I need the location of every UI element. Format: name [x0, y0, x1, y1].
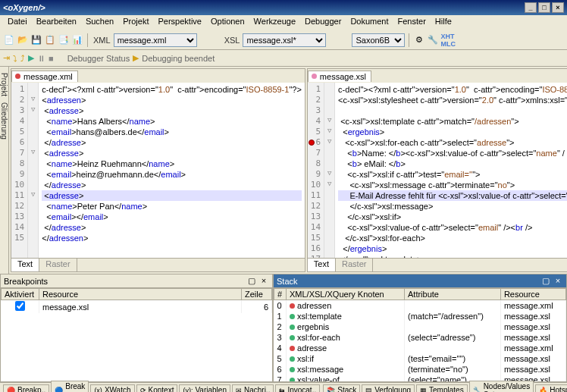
table-row[interactable]: 0 adressenmessage.xml — [274, 300, 566, 312]
breakpoint-marker[interactable] — [309, 140, 315, 146]
column-header[interactable]: Attribute — [404, 289, 500, 300]
node-type-icon — [290, 314, 295, 319]
file-icon — [15, 74, 20, 79]
panel-tab[interactable]: 🔵Break .. — [51, 381, 89, 393]
arrow-icon: ▶ — [133, 53, 139, 63]
panel-tab[interactable]: (v):Variablen — [179, 384, 230, 392]
debug-status-label: Debugger Status — [67, 54, 130, 63]
view-tab-text[interactable]: Text — [308, 259, 336, 271]
table-row[interactable]: 3 xsl:for-each(select="adresse")message.… — [274, 332, 566, 343]
table-row[interactable]: 6 xsl:message(terminate="no")message.xsl — [274, 364, 566, 375]
app-title: <oXygen/> — [3, 3, 45, 12]
stack-table: #XML/XSL/XQuery KnotenAttributeResource … — [274, 288, 566, 381]
panel-tab[interactable]: 🔴Breakp.. — [3, 384, 49, 392]
sidebar-tab-projekt[interactable]: Projekt — [0, 73, 8, 96]
breakpoint-active-checkbox[interactable] — [15, 301, 25, 311]
view-tab-text[interactable]: Text — [11, 259, 39, 271]
close-icon[interactable]: × — [553, 277, 563, 286]
config-icon[interactable]: ⚙ — [413, 34, 425, 46]
new-icon[interactable]: 📄 — [3, 34, 15, 46]
menu-item-debugger[interactable]: Debugger — [300, 15, 346, 30]
tool-icon[interactable]: 📊 — [71, 34, 83, 46]
main-toolbar: 📄 📂 💾 📋 📑 📊 XML message.xml XSL message.… — [0, 30, 567, 50]
panel-title: Breakpoints — [4, 277, 48, 286]
node-type-icon — [290, 378, 295, 381]
main-menu: DateiBearbeitenSuchenProjektPerspektiveO… — [0, 15, 567, 30]
resume-icon[interactable]: ▶ — [28, 53, 34, 63]
stop-icon[interactable]: ■ — [49, 54, 54, 63]
xsl-editor-pane: message.xsl 123456789101112131415161718 … — [307, 68, 567, 272]
minimize-button[interactable]: _ — [525, 2, 537, 13]
table-row[interactable]: 4 adressemessage.xml — [274, 343, 566, 353]
node-type-icon — [290, 303, 295, 309]
xsl-file-select[interactable]: message.xsl* — [243, 33, 326, 47]
menu-item-projekt[interactable]: Projekt — [118, 15, 153, 30]
tab-label: message.xsl — [320, 72, 366, 81]
window-titlebar: <oXygen/> _ □ × — [0, 0, 567, 15]
maximize-button[interactable]: □ — [538, 2, 550, 13]
column-header[interactable]: Aktiviert — [2, 289, 39, 300]
xsl-label: XSL — [224, 36, 240, 45]
panel-tab[interactable]: ⇆Invocat.. — [275, 384, 320, 392]
config-icon[interactable]: 🔧 — [427, 34, 439, 46]
bottom-tabstrip: 🔴Breakp..🔵Break ..(x)XWatch⟳Kontext(v):V… — [0, 382, 567, 392]
column-header[interactable]: Zeile — [242, 289, 272, 300]
left-sidebar: ProjektGliederung — [0, 67, 9, 274]
view-tab-raster[interactable]: Raster — [39, 259, 77, 271]
tool-icon[interactable]: 📋 — [44, 34, 56, 46]
panel-tab[interactable]: 🔥Hotspots — [535, 384, 567, 392]
menu-item-hilfe[interactable]: Hilfe — [431, 15, 456, 30]
node-type-icon — [290, 356, 295, 362]
panel-tab[interactable]: (x)XWatch — [90, 384, 134, 392]
column-header[interactable]: XML/XSL/XQuery Knoten — [287, 289, 405, 300]
menu-item-bearbeiten[interactable]: Bearbeiten — [32, 15, 81, 30]
save-icon[interactable]: 💾 — [30, 34, 42, 46]
panel-title: Stack — [277, 277, 298, 286]
editor-tab-xsl[interactable]: message.xsl — [308, 71, 371, 82]
panel-tab[interactable]: ▤Verfolgung — [362, 384, 415, 392]
menu-item-optionen[interactable]: Optionen — [206, 15, 249, 30]
tool-icon[interactable]: 📑 — [58, 34, 70, 46]
pause-icon[interactable]: ⏸ — [37, 54, 45, 63]
menu-item-perspektive[interactable]: Perspektive — [153, 15, 205, 30]
menu-item-werkzeuge[interactable]: Werkzeuge — [249, 15, 300, 30]
debug-toolbar: ⇥ ⤵ ⤴ ▶ ⏸ ■ Debugger Status ▶ Debugging … — [0, 50, 567, 67]
close-icon[interactable]: × — [258, 277, 269, 286]
column-header[interactable]: Resource — [500, 289, 565, 300]
xhtml-icon[interactable]: XHTMLC — [440, 33, 456, 48]
minimize-icon[interactable]: ▢ — [246, 277, 257, 286]
menu-item-datei[interactable]: Datei — [3, 15, 32, 30]
table-row[interactable]: 1 xsl:template(match="/adressen")message… — [274, 311, 566, 321]
menu-item-dokument[interactable]: Dokument — [346, 15, 393, 30]
panel-tab[interactable]: 📚Stack — [323, 384, 360, 392]
xml-file-select[interactable]: message.xml — [114, 33, 197, 47]
table-row[interactable]: message.xsl6 — [2, 300, 272, 314]
step-into-icon[interactable]: ⇥ — [3, 53, 10, 63]
engine-select[interactable]: Saxon6B — [352, 33, 405, 47]
close-button[interactable]: × — [552, 2, 564, 13]
menu-item-suchen[interactable]: Suchen — [81, 15, 118, 30]
table-row[interactable]: 5 xsl:if(test="email=''")message.xsl — [274, 353, 566, 364]
debug-status-value: Debugging beendet — [142, 54, 215, 63]
step-over-icon[interactable]: ⤵ — [13, 54, 17, 63]
file-icon — [312, 74, 317, 79]
sidebar-tab-gliederung[interactable]: Gliederung — [0, 102, 8, 140]
panel-tab[interactable]: 🔧Nodes/Values Setzen — [469, 381, 534, 393]
editor-tab-xml[interactable]: message.xml — [11, 71, 78, 82]
panel-tab[interactable]: ✉Nachri.. — [232, 384, 274, 392]
table-row[interactable]: 2 ergebnismessage.xsl — [274, 321, 566, 332]
view-tab-raster[interactable]: Raster — [336, 259, 373, 271]
column-header[interactable]: Resource — [39, 289, 242, 300]
open-icon[interactable]: 📂 — [17, 34, 29, 46]
node-type-icon — [290, 335, 295, 340]
column-header[interactable]: # — [274, 289, 287, 300]
minimize-icon[interactable]: ▢ — [540, 277, 551, 286]
xml-code-area[interactable]: 123456789101112131415 ▽▽▽▽ c-decl"><?xml… — [11, 83, 305, 258]
xsl-code-area[interactable]: 123456789101112131415161718 ▽▽▽▽▽ c-decl… — [308, 83, 567, 258]
panel-tab[interactable]: ⟳Kontext — [136, 384, 178, 392]
menu-item-fenster[interactable]: Fenster — [393, 15, 431, 30]
panel-tab[interactable]: ▦Templates — [416, 384, 468, 392]
xml-editor-pane: message.xml 123456789101112131415 ▽▽▽▽ c… — [11, 68, 305, 272]
node-type-icon — [290, 367, 295, 372]
step-out-icon[interactable]: ⤴ — [20, 54, 25, 63]
